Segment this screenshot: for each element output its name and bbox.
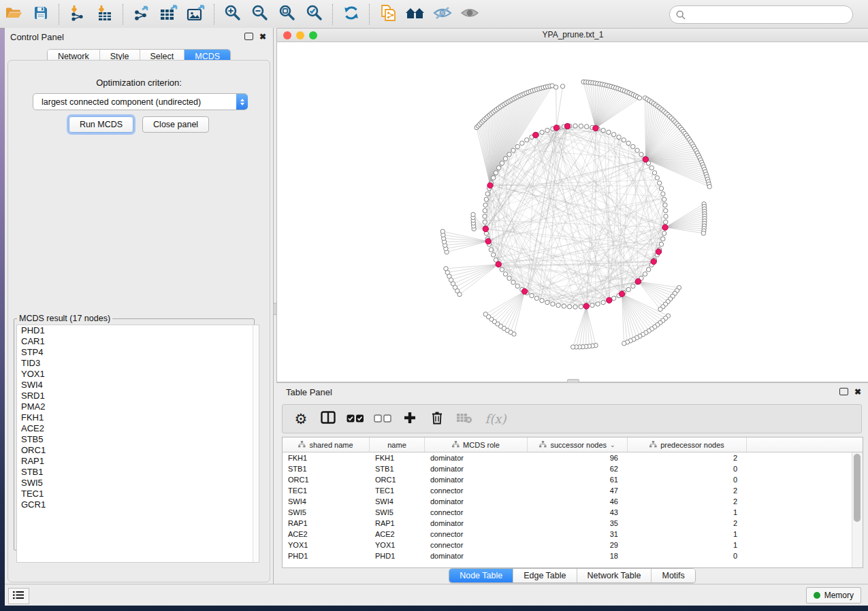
search-field[interactable] <box>669 5 853 24</box>
mcds-node-item[interactable]: RAP1 <box>17 456 259 467</box>
optimization-criterion-select[interactable]: largest connected component (undirected) <box>33 93 248 110</box>
cell-name: ORC1 <box>370 476 425 484</box>
table-settings-button[interactable]: ⚙ <box>292 410 310 428</box>
table-row[interactable]: PHD1PHD1dominator180 <box>283 550 863 561</box>
memory-label: Memory <box>824 591 854 600</box>
table-row[interactable]: SWI4SWI4dominator462 <box>283 496 863 507</box>
mcds-node-item[interactable]: SWI4 <box>17 380 259 391</box>
search-input[interactable] <box>690 10 847 20</box>
tab-node-table[interactable]: Node Table <box>449 569 513 582</box>
add-column-button[interactable] <box>401 410 419 428</box>
table-row[interactable]: FKH1FKH1dominator962 <box>283 452 863 463</box>
optimization-criterion-label: Optimization criterion: <box>8 78 270 88</box>
zoom-out-button[interactable] <box>246 3 274 26</box>
memory-button[interactable]: Memory <box>806 587 861 604</box>
desktop: Control Panel ✖ NetworkStyleSelectMCDS O… <box>0 0 868 611</box>
mcds-result-list[interactable]: PHD1CAR1STP4TID3YOX1SWI4SRD1PMA2FKH1ACE2… <box>16 325 259 563</box>
mcds-node-item[interactable]: PMA2 <box>17 401 259 412</box>
mcds-node-item[interactable]: STB5 <box>17 434 259 445</box>
table-row[interactable]: TEC1TEC1connector472 <box>283 485 863 496</box>
mcds-hub-node <box>553 125 559 131</box>
close-window-icon[interactable] <box>283 31 291 39</box>
scrollbar-thumb[interactable] <box>854 454 861 522</box>
table-panel-tabs: Node TableEdge TableNetwork TableMotifs <box>449 568 696 583</box>
mcds-node-item[interactable]: FKH1 <box>17 412 259 423</box>
close-panel-icon[interactable]: ✖ <box>259 33 266 40</box>
mcds-node-item[interactable]: GCR1 <box>17 499 259 510</box>
zoom-in-button[interactable] <box>219 3 246 26</box>
run-mcds-button[interactable]: Run MCDS <box>69 116 133 133</box>
tab-motifs[interactable]: Motifs <box>652 569 694 582</box>
float-panel-icon[interactable] <box>839 388 848 395</box>
delete-table-icon <box>456 412 472 426</box>
mcds-node-item[interactable]: STP4 <box>17 347 259 358</box>
table-scrollbar[interactable] <box>852 452 863 567</box>
cell-MCDS-role: dominator <box>425 552 528 560</box>
select-all-button[interactable] <box>347 410 364 428</box>
close-panel-icon[interactable]: ✖ <box>854 389 861 395</box>
column-header-shared-name[interactable]: shared name <box>283 437 370 452</box>
first-neighbors-button[interactable] <box>402 3 429 26</box>
cell-name: PHD1 <box>370 552 425 560</box>
gear-icon: ⚙ <box>295 412 308 427</box>
mcds-node-item[interactable]: CAR1 <box>17 336 259 347</box>
tab-network-table[interactable]: Network Table <box>577 569 652 582</box>
refresh-view-button[interactable] <box>338 3 365 26</box>
hide-selected-button[interactable] <box>429 3 456 26</box>
export-network-button[interactable] <box>128 3 155 26</box>
toolbar-separator <box>59 4 60 24</box>
zoom-fit-button[interactable] <box>274 3 301 26</box>
import-network-button[interactable] <box>64 3 91 26</box>
save-session-button[interactable] <box>27 3 54 26</box>
zoom-selected-button[interactable] <box>301 3 328 26</box>
mcds-node-item[interactable]: SRD1 <box>17 391 259 401</box>
import-table-button[interactable] <box>91 3 118 26</box>
toggle-column-view-button[interactable] <box>319 410 337 428</box>
mcds-hub-node <box>521 288 527 294</box>
cell-predecessor-nodes: 1 <box>628 530 747 538</box>
maximize-window-icon[interactable] <box>309 31 317 39</box>
main-toolbar <box>0 0 868 29</box>
deselect-all-button[interactable] <box>374 410 391 428</box>
export-table-button[interactable] <box>155 3 182 26</box>
list-scrollbar[interactable] <box>253 325 259 562</box>
float-panel-icon[interactable] <box>244 33 253 40</box>
table-row[interactable]: SWI5SWI5connector431 <box>283 507 863 518</box>
table-row[interactable]: ACE2ACE2connector311 <box>283 529 863 540</box>
column-header-name[interactable]: name <box>370 437 425 452</box>
close-panel-button[interactable]: Close panel <box>142 116 209 133</box>
table-row[interactable]: YOX1YOX1connector291 <box>283 540 863 550</box>
unchecked-boxes-icon <box>374 413 391 425</box>
mcds-node-item[interactable]: ORC1 <box>17 445 259 456</box>
minimize-window-icon[interactable] <box>296 31 304 39</box>
duplicate-network-button[interactable] <box>374 3 402 26</box>
toolbar-separator <box>332 4 334 24</box>
table-row[interactable]: STB1STB1dominator620 <box>283 463 863 474</box>
column-header-MCDS-role[interactable]: MCDS role <box>425 437 528 452</box>
mcds-node-item[interactable]: SWI5 <box>17 478 259 489</box>
function-builder-button[interactable]: f(x) <box>483 410 509 428</box>
mcds-node-item[interactable]: TID3 <box>17 358 259 369</box>
column-header-predecessor-nodes[interactable]: predecessor nodes <box>628 437 747 452</box>
table-row[interactable]: RAP1RAP1dominator352 <box>283 518 863 529</box>
mcds-node-item[interactable]: PHD1 <box>17 325 259 336</box>
column-header-successor-nodes[interactable]: successor nodes⌄ <box>528 437 628 452</box>
task-history-button[interactable] <box>8 588 29 604</box>
show-all-button[interactable] <box>456 3 483 26</box>
delete-column-button[interactable] <box>428 410 446 428</box>
mcds-node-item[interactable]: TEC1 <box>17 489 259 499</box>
delete-table-button[interactable] <box>455 410 473 428</box>
mcds-hub-node <box>662 225 668 230</box>
mcds-node-item[interactable]: YOX1 <box>17 369 259 380</box>
network-canvas[interactable] <box>277 42 868 381</box>
mcds-hub-node <box>483 226 488 231</box>
tab-edge-table[interactable]: Edge Table <box>513 569 577 582</box>
zoom-in-icon <box>224 4 242 24</box>
open-session-button[interactable] <box>0 3 27 26</box>
mcds-node-item[interactable]: ACE2 <box>17 423 259 434</box>
cell-name: TEC1 <box>370 486 425 495</box>
table-row[interactable]: ORC1ORC1dominator610 <box>283 474 863 485</box>
mcds-node-item[interactable]: STB1 <box>17 467 259 478</box>
cell-successor-nodes: 62 <box>528 465 628 473</box>
export-image-button[interactable] <box>182 3 210 26</box>
